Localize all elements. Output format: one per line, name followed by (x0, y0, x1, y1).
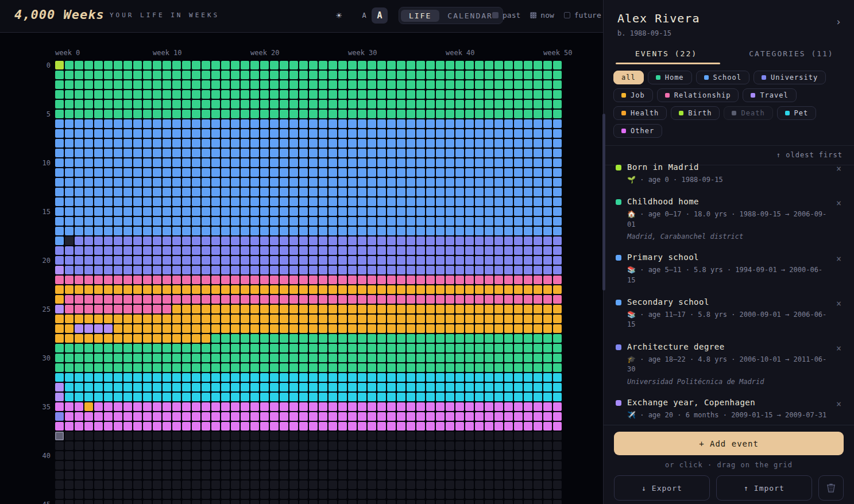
week-cell[interactable] (504, 149, 513, 157)
week-cell[interactable] (543, 373, 552, 382)
week-cell[interactable] (319, 324, 327, 333)
week-cell[interactable] (329, 295, 337, 304)
week-cell[interactable] (299, 197, 308, 206)
week-cell[interactable] (133, 334, 142, 343)
week-cell[interactable] (407, 315, 415, 323)
week-cell[interactable] (358, 158, 366, 167)
week-cell[interactable] (75, 305, 83, 313)
week-cell[interactable] (446, 363, 454, 372)
week-cell[interactable] (553, 256, 562, 265)
week-cell[interactable] (387, 363, 396, 372)
week-cell[interactable] (475, 344, 484, 352)
week-cell[interactable] (123, 129, 132, 138)
week-cell[interactable] (260, 305, 269, 313)
week-cell[interactable] (407, 373, 415, 382)
week-cell[interactable] (231, 363, 239, 372)
week-cell[interactable] (123, 71, 132, 79)
week-cell[interactable] (368, 207, 376, 216)
week-cell[interactable] (65, 441, 74, 450)
week-cell[interactable] (494, 246, 503, 255)
week-cell[interactable] (182, 266, 191, 274)
week-cell[interactable] (250, 480, 259, 489)
week-cell[interactable] (202, 490, 210, 499)
week-cell[interactable] (436, 158, 445, 167)
week-cell[interactable] (426, 246, 435, 255)
week-cell[interactable] (338, 149, 347, 157)
week-cell[interactable] (397, 217, 405, 226)
week-cell[interactable] (241, 119, 249, 128)
week-cell[interactable] (104, 197, 113, 206)
week-cell[interactable] (123, 383, 132, 391)
week-cell[interactable] (416, 373, 425, 382)
week-cell[interactable] (309, 315, 318, 323)
week-cell[interactable] (436, 129, 445, 138)
week-cell[interactable] (387, 402, 396, 411)
week-cell[interactable] (270, 412, 279, 421)
week-cell[interactable] (543, 237, 552, 245)
week-cell[interactable] (163, 422, 171, 431)
week-cell[interactable] (455, 90, 464, 99)
week-cell[interactable] (377, 149, 386, 157)
week-cell[interactable] (309, 471, 318, 479)
week-cell[interactable] (485, 324, 493, 333)
week-cell[interactable] (426, 276, 435, 284)
week-cell[interactable] (446, 207, 454, 216)
week-cell[interactable] (270, 178, 279, 187)
week-cell[interactable] (485, 100, 493, 108)
week-cell[interactable] (338, 480, 347, 489)
week-cell[interactable] (465, 393, 474, 401)
week-cell[interactable] (465, 197, 474, 206)
week-cell[interactable] (319, 217, 327, 226)
week-cell[interactable] (221, 139, 230, 148)
week-cell[interactable] (504, 158, 513, 167)
week-cell[interactable] (397, 168, 405, 177)
week-cell[interactable] (260, 324, 269, 333)
week-cell[interactable] (211, 480, 220, 489)
week-cell[interactable] (65, 354, 74, 362)
week-cell[interactable] (133, 197, 142, 206)
week-cell[interactable] (299, 285, 308, 294)
week-cell[interactable] (397, 373, 405, 382)
week-cell[interactable] (368, 119, 376, 128)
week-cell[interactable] (192, 471, 200, 479)
week-cell[interactable] (84, 471, 93, 479)
week-cell[interactable] (192, 100, 200, 108)
week-cell[interactable] (153, 393, 161, 401)
week-cell[interactable] (455, 295, 464, 304)
week-cell[interactable] (163, 188, 171, 196)
week-cell[interactable] (534, 344, 542, 352)
week-cell[interactable] (475, 451, 484, 460)
week-cell[interactable] (387, 178, 396, 187)
week-cell[interactable] (553, 354, 562, 362)
week-cell[interactable] (329, 305, 337, 313)
week-cell[interactable] (153, 71, 161, 79)
week-cell[interactable] (504, 412, 513, 421)
week-cell[interactable] (534, 110, 542, 118)
week-cell[interactable] (397, 110, 405, 118)
week-cell[interactable] (319, 168, 327, 177)
week-cell[interactable] (377, 276, 386, 284)
week-cell[interactable] (153, 266, 161, 274)
week-cell[interactable] (348, 344, 357, 352)
week-cell[interactable] (543, 217, 552, 226)
week-cell[interactable] (377, 61, 386, 69)
week-cell[interactable] (426, 188, 435, 196)
week-cell[interactable] (397, 451, 405, 460)
week-cell[interactable] (358, 197, 366, 206)
week-cell[interactable] (446, 168, 454, 177)
week-cell[interactable] (250, 100, 259, 108)
week-cell[interactable] (485, 471, 493, 479)
week-cell[interactable] (75, 139, 83, 148)
week-cell[interactable] (250, 490, 259, 499)
week-cell[interactable] (543, 324, 552, 333)
week-cell[interactable] (202, 276, 210, 284)
week-cell[interactable] (514, 373, 523, 382)
week-cell[interactable] (114, 490, 122, 499)
week-cell[interactable] (534, 490, 542, 499)
week-cell[interactable] (211, 461, 220, 470)
week-cell[interactable] (299, 393, 308, 401)
week-cell[interactable] (494, 295, 503, 304)
week-cell[interactable] (260, 441, 269, 450)
week-cell[interactable] (114, 217, 122, 226)
week-cell[interactable] (524, 422, 532, 431)
